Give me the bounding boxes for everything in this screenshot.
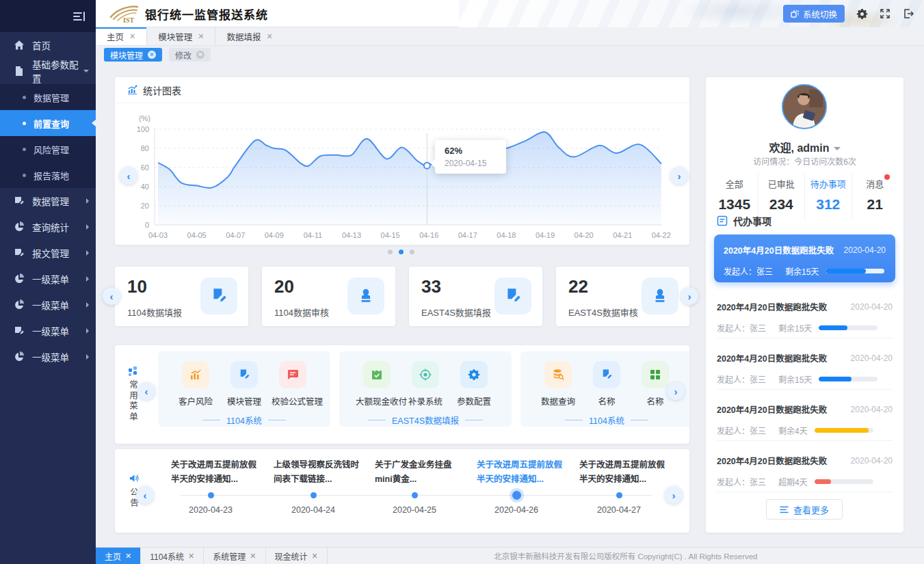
view-more-button[interactable]: 查看更多 xyxy=(766,499,843,520)
bottom-tab-cash-stats[interactable]: 现金统计✕ xyxy=(266,548,328,564)
quick-menu-item-data-query[interactable]: 数据查询 xyxy=(537,361,579,407)
sidebar-item-query-stats[interactable]: 查询统计 xyxy=(0,214,96,240)
copyright-text: 北京银丰新融科技开发有限公司版权所有 Copyright(C) . All Ri… xyxy=(328,550,924,561)
stat-todo[interactable]: 待办事项 312 xyxy=(804,173,852,219)
close-tab-icon[interactable]: ✕ xyxy=(129,32,135,41)
close-tab-icon[interactable]: ✕ xyxy=(312,552,318,561)
sidebar-item-data-management[interactable]: 数据管理 xyxy=(0,188,96,214)
chevron-right-icon xyxy=(86,302,89,308)
fullscreen-icon[interactable] xyxy=(880,8,891,20)
sidebar-subitem-risk-management[interactable]: 风险管理 xyxy=(0,136,96,162)
header-actions: 系统切换 xyxy=(783,0,914,27)
announcement-title[interactable]: 关于改进周五提前放假半天的安排通知... xyxy=(579,458,671,487)
todo-item[interactable]: 2020年4月20日数据跑批失败 2020-04-20 发起人：张三 超期4天 xyxy=(717,444,893,492)
chart-prev-button[interactable]: ‹ xyxy=(120,167,137,185)
pagination-dot[interactable] xyxy=(410,250,414,254)
sidebar-item-home[interactable]: 首页 xyxy=(0,32,96,58)
stat-approved[interactable]: 已审批 234 xyxy=(758,173,805,219)
close-tab-icon[interactable]: ✕ xyxy=(250,552,256,561)
bottom-tab-1104[interactable]: 1104系统✕ xyxy=(141,548,204,564)
sidebar-subitem-pre-query-active[interactable]: 前置查询 xyxy=(0,110,96,136)
quick-menu-item-param-config[interactable]: 参数配置 xyxy=(453,361,495,407)
chart-card-header: 统计图表 xyxy=(115,77,689,103)
close-tab-icon[interactable]: ✕ xyxy=(266,32,272,41)
quick-menu-item-supplement-system[interactable]: 补录系统 xyxy=(404,361,447,407)
stat-card-1104-review[interactable]: 20 1104数据审核 xyxy=(262,267,395,326)
stat-card-1104-filling[interactable]: 10 1104数据填报 xyxy=(115,267,248,326)
todo-item[interactable]: 2020年4月20日数据跑批失败 2020-04-20 发起人：张三 剩余15天 xyxy=(717,342,893,390)
close-tab-icon[interactable]: ✕ xyxy=(125,552,131,561)
stat-messages[interactable]: 消息 21 xyxy=(852,173,899,219)
timeline-dot[interactable] xyxy=(616,492,622,498)
chip-modify[interactable]: 修改✕ xyxy=(169,48,211,62)
sidebar-item-level1-menu-3[interactable]: 一级菜单 xyxy=(0,318,96,344)
stat-all[interactable]: 全部 1345 xyxy=(711,173,758,219)
document-edit-icon xyxy=(593,361,620,388)
system-switch-button[interactable]: 系统切换 xyxy=(783,5,845,23)
announcements-prev-button[interactable]: ‹ xyxy=(136,486,154,504)
speaker-icon xyxy=(129,473,139,483)
welcome-text[interactable]: 欢迎, admin xyxy=(706,139,903,155)
chevron-right-icon xyxy=(86,198,89,204)
quick-menu-next-button[interactable]: › xyxy=(667,382,685,400)
database-search-icon xyxy=(544,361,572,388)
todo-list-icon xyxy=(717,215,728,226)
announcement-title[interactable]: 上级领导视察反洗钱时间表下载链接... xyxy=(274,458,365,487)
close-tab-icon[interactable]: ✕ xyxy=(188,552,194,561)
chart-next-button[interactable]: › xyxy=(670,167,688,185)
stat-card-east4s-filling[interactable]: 33 EAST4S数据填报 xyxy=(409,267,542,326)
sidebar: 首页 基础参数配置 数据管理 前置查询 xyxy=(0,0,96,564)
timeline-dot[interactable] xyxy=(412,492,418,498)
close-icon[interactable]: ✕ xyxy=(148,51,156,59)
close-tab-icon[interactable]: ✕ xyxy=(198,32,204,41)
collapse-menu-icon[interactable] xyxy=(72,11,86,22)
sidebar-item-level1-menu-4[interactable]: 一级菜单 xyxy=(0,344,96,370)
tab-module-management[interactable]: 模块管理✕ xyxy=(146,27,215,45)
timeline-dot-active[interactable] xyxy=(512,491,521,500)
quick-menu-item-validation-formula[interactable]: 校验公式管理 xyxy=(272,361,314,407)
quick-menu-item-large-cash[interactable]: 大额现金收付 xyxy=(356,361,398,407)
quick-menu-item-customer-risk[interactable]: 客户风险 xyxy=(174,361,217,407)
logout-icon[interactable] xyxy=(903,8,914,20)
sidebar-item-base-params[interactable]: 基础参数配置 xyxy=(0,58,96,84)
svg-text:04-11: 04-11 xyxy=(304,231,322,239)
target-icon xyxy=(412,361,439,388)
timeline-dot[interactable] xyxy=(208,492,214,498)
quick-menu-prev-button[interactable]: ‹ xyxy=(137,382,155,400)
announcement-title-active[interactable]: 关于改进周五提前放假半天的安排通知... xyxy=(477,458,568,487)
avatar[interactable] xyxy=(782,84,827,129)
sidebar-item-label: 首页 xyxy=(32,38,51,52)
document-edit-icon xyxy=(14,247,25,258)
settings-gear-icon[interactable] xyxy=(856,8,868,20)
announcement-title[interactable]: 关于广发金业务挂盘mini黄金... xyxy=(375,458,466,487)
todo-item-active[interactable]: 2020年4月20日数据跑批失败 2020-04-20 发起人：张三 剩余15天 xyxy=(714,234,895,282)
todo-item[interactable]: 2020年4月20日数据跑批失败 2020-04-20 发起人：张三 剩余15天 xyxy=(717,291,893,338)
bottom-tab-home[interactable]: 主页✕ xyxy=(96,548,141,564)
sidebar-item-level1-menu-1[interactable]: 一级菜单 xyxy=(0,266,96,292)
sidebar-item-message-management[interactable]: 报文管理 xyxy=(0,240,96,266)
stat-card-east4s-review[interactable]: 22 EAST4S数据审核 xyxy=(556,267,689,326)
tab-data-filling[interactable]: 数据填报✕ xyxy=(215,27,283,45)
sidebar-item-label: 一级菜单 xyxy=(32,298,69,312)
announcement-title[interactable]: 关于改进周五提前放假半天的安排通知... xyxy=(171,458,263,487)
bottom-tab-system-management[interactable]: 系统管理✕ xyxy=(204,548,265,564)
tab-home[interactable]: 主页✕ xyxy=(96,27,146,45)
stats-next-button[interactable]: › xyxy=(681,287,698,305)
chip-module-management[interactable]: 模块管理✕ xyxy=(104,48,162,62)
stats-prev-button[interactable]: ‹ xyxy=(103,287,120,305)
pagination-dot[interactable] xyxy=(388,250,393,254)
sidebar-item-label: 一级菜单 xyxy=(32,350,69,364)
quick-menu-group-name: 1104系统 xyxy=(174,414,314,427)
quick-menu-item-name-1[interactable]: 名称 xyxy=(585,361,628,407)
quick-menu-item-module-management[interactable]: 模块管理 xyxy=(223,361,265,407)
svg-text:60: 60 xyxy=(141,163,149,172)
chevron-down-icon xyxy=(83,70,89,72)
pagination-dot-active[interactable] xyxy=(399,250,404,254)
sidebar-subitem-report-landing[interactable]: 报告落地 xyxy=(0,162,96,188)
announcements-next-button[interactable]: › xyxy=(665,486,683,504)
todo-item[interactable]: 2020年4月20日数据跑批失败 2020-04-20 发起人：张三 剩余4天 xyxy=(717,393,893,441)
sidebar-subitem-data-management[interactable]: 数据管理 xyxy=(0,84,96,110)
sidebar-item-level1-menu-2[interactable]: 一级菜单 xyxy=(0,292,96,318)
timeline-dot[interactable] xyxy=(311,492,317,498)
close-icon[interactable]: ✕ xyxy=(196,51,204,59)
